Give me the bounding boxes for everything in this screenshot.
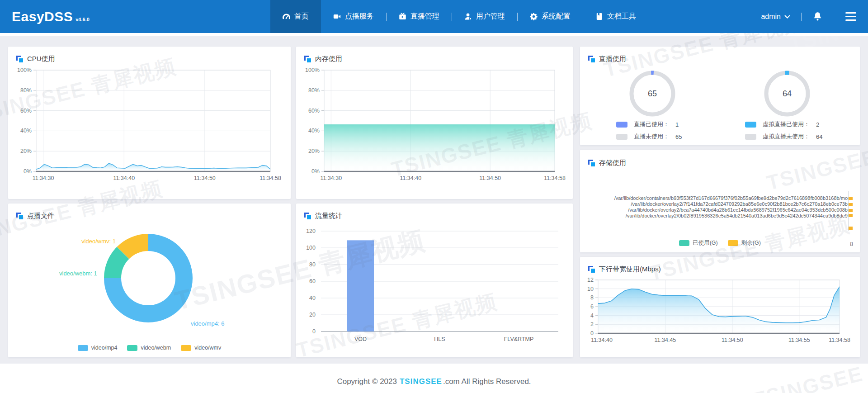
bandwidth-chart: 02468101211:34:4011:34:4511:34:5011:34:5…: [580, 274, 860, 357]
notification-bell-icon[interactable]: [802, 0, 834, 33]
live-tv-icon: [399, 13, 406, 20]
svg-text:100: 100: [306, 245, 316, 251]
legend-label: 直播未使用：: [634, 133, 669, 141]
svg-text:VOD: VOD: [354, 336, 367, 342]
panel-traffic-header: 流量统计: [296, 204, 573, 221]
brand-version: v4.6.0: [75, 17, 90, 22]
storage-bar-fragment: [849, 203, 853, 206]
svg-text:10: 10: [587, 286, 594, 292]
svg-text:FLV&RTMP: FLV&RTMP: [504, 336, 534, 342]
copyright-prefix: Copyright © 2023: [337, 377, 397, 386]
panel-title-icon: [16, 213, 23, 219]
svg-text:11:34:58: 11:34:58: [829, 337, 850, 343]
svg-text:HLS: HLS: [434, 336, 445, 342]
svg-text:60%: 60%: [20, 108, 32, 114]
vod-camera-icon: [333, 13, 341, 20]
storage-bar-fragment: [849, 214, 853, 217]
panel-title: 下行带宽使用(Mbps): [599, 265, 661, 274]
slice-label: video/webm: 1: [59, 270, 97, 277]
svg-text:20%: 20%: [308, 148, 320, 154]
panel-title: 存储使用: [599, 159, 626, 167]
legend-value: 65: [675, 133, 682, 140]
svg-text:11:34:30: 11:34:30: [320, 175, 342, 181]
storage-path-labels: /var/lib/docker/containers/b93f553f27d16…: [614, 195, 848, 219]
legend-item[interactable]: video/mp4: [78, 345, 118, 351]
nav-item-label: 系统配置: [542, 12, 571, 21]
panel-memory-usage: 内存使用 0%20%40%60%80%100%11:34:3011:34:401…: [296, 47, 573, 199]
svg-text:40: 40: [309, 295, 316, 301]
svg-text:4: 4: [590, 313, 594, 319]
panel-title-icon: [588, 266, 595, 273]
panel-title-icon: [16, 56, 23, 62]
panel-cpu-usage: CPU使用 0%20%40%60%80%100%11:34:3011:34:40…: [8, 47, 291, 199]
svg-text:80: 80: [309, 261, 316, 268]
legend-item[interactable]: video/wmv: [181, 345, 221, 351]
storage-path: /var/lib/docker/containers/b93f553f27d16…: [614, 195, 848, 201]
legend-item[interactable]: 已使用(G): [679, 239, 718, 247]
gauge-value: 64: [783, 89, 792, 99]
panel-live-header: 直播使用: [580, 47, 860, 64]
svg-text:0%: 0%: [311, 168, 320, 175]
nav-item-5[interactable]: 系统配置: [518, 0, 583, 33]
svg-text:11:34:30: 11:34:30: [33, 175, 54, 181]
svg-text:6: 6: [590, 303, 594, 310]
gauge-value: 65: [648, 89, 657, 99]
panel-vod-files: 点播文件 video/wmv: 1video/webm: 1video/mp4:…: [8, 204, 291, 357]
svg-text:0: 0: [312, 328, 316, 335]
legend-item[interactable]: 虚拟直播未使用：64: [745, 133, 822, 141]
legend-label: 虚拟直播未使用：: [763, 133, 810, 141]
storage-path: /var/lib/docker/overlay2/bca7a44740bd4a2…: [614, 207, 848, 213]
footer: Copyright © 2023 TSINGSEE .com All Right…: [0, 364, 868, 393]
nav-item-6[interactable]: 文档工具: [583, 0, 648, 33]
nav-item-1[interactable]: 首页: [270, 0, 321, 33]
storage-path: /var/lib/docker/overlay2/7f141fda72cafd0…: [614, 201, 848, 207]
legend-value: 64: [816, 133, 822, 140]
dashboard-icon: [283, 13, 290, 20]
panel-live-usage: 直播使用 65直播已使用：1直播未使用：6564虚拟直播已使用：2虚拟直播未使用…: [580, 47, 860, 145]
panel-title: CPU使用: [27, 55, 55, 63]
legend-item[interactable]: 虚拟直播已使用：2: [745, 120, 822, 128]
legend-label: 直播已使用：: [634, 120, 669, 128]
svg-text:11:34:40: 11:34:40: [400, 175, 421, 181]
svg-text:100%: 100%: [17, 67, 32, 73]
user-menu[interactable]: admin: [750, 0, 801, 33]
nav-item-label: 首页: [294, 12, 309, 21]
nav-item-label: 文档工具: [607, 12, 636, 21]
user-name: admin: [761, 13, 781, 21]
nav-menu: 首页点播服务直播管理用户管理系统配置文档工具: [270, 0, 648, 33]
legend-item[interactable]: 剩余(G): [728, 239, 761, 247]
storage-bar-fragment: [849, 209, 853, 212]
svg-text:12: 12: [587, 277, 594, 283]
nav-item-label: 点播服务: [345, 12, 374, 21]
svg-text:11:34:58: 11:34:58: [544, 175, 566, 181]
dashboard: CPU使用 0%20%40%60%80%100%11:34:3011:34:40…: [0, 36, 868, 357]
panel-bandwidth-header: 下行带宽使用(Mbps): [580, 257, 860, 274]
nav-item-3[interactable]: 直播管理: [387, 0, 452, 33]
legend-item[interactable]: 直播已使用：1: [616, 120, 682, 128]
storage-legend: 已使用(G)剩余(G): [580, 239, 860, 247]
nav-item-2[interactable]: 点播服务: [321, 0, 386, 33]
panel-storage-header: 存储使用: [580, 150, 860, 169]
footer-brand[interactable]: TSINGSEE: [400, 377, 442, 386]
panel-title: 流量统计: [315, 212, 342, 220]
nav-item-4[interactable]: 用户管理: [452, 0, 517, 33]
copyright-suffix: .com All Rights Reserved.: [443, 377, 531, 386]
panel-bandwidth: 下行带宽使用(Mbps) 02468101211:34:4011:34:4511…: [580, 257, 860, 357]
panel-title: 点播文件: [27, 212, 54, 220]
svg-text:20: 20: [309, 312, 316, 318]
legend-item[interactable]: video/webm: [127, 345, 171, 351]
traffic-bar-chart: 020406080100120VODHLSFLV&RTMP: [296, 221, 573, 357]
brand-logo[interactable]: EasyDSS v4.6.0: [0, 9, 90, 24]
legend-item[interactable]: 直播未使用：65: [616, 133, 682, 141]
svg-text:11:34:40: 11:34:40: [591, 337, 613, 343]
cpu-usage-chart: 0%20%40%60%80%100%11:34:3011:34:4011:34:…: [8, 64, 291, 199]
gauge-legend: 虚拟直播已使用：2虚拟直播未使用：64: [745, 120, 822, 145]
svg-text:11:34:55: 11:34:55: [788, 337, 810, 343]
storage-bar-fragment: [849, 197, 853, 200]
svg-text:60: 60: [309, 278, 316, 284]
storage-path: /var/lib/docker/overlay2/0b02f8919536326…: [614, 213, 848, 219]
menu-toggle-icon[interactable]: [845, 12, 856, 21]
svg-text:11:34:50: 11:34:50: [722, 337, 743, 343]
svg-text:11:34:45: 11:34:45: [655, 337, 676, 343]
panel-traffic-stats: 流量统计 020406080100120VODHLSFLV&RTMP: [296, 204, 573, 357]
